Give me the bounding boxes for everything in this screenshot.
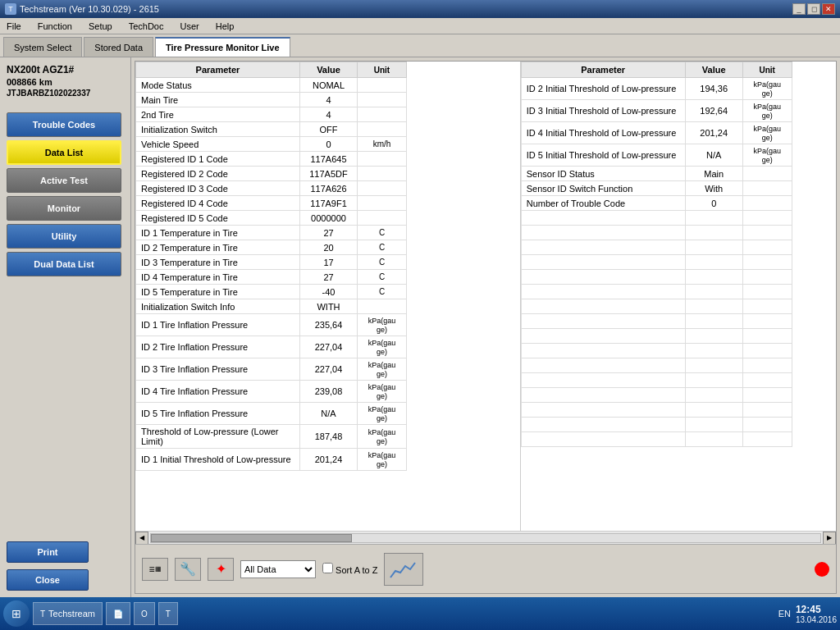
- table-row: ID 1 Tire Inflation Pressure 235,64 kPa(…: [136, 314, 407, 336]
- sidebar: NX200t AGZ1# 008866 km JTJBARBZ102022337…: [0, 57, 131, 597]
- value-cell: N/A: [685, 144, 742, 167]
- sort-label: Sort A to Z: [322, 563, 377, 575]
- scroll-right-button[interactable]: ▶: [823, 532, 836, 545]
- value-cell: 27: [300, 226, 358, 240]
- trouble-codes-button[interactable]: Trouble Codes: [7, 112, 121, 137]
- param-cell: ID 2 Temperature in Tire: [136, 240, 300, 255]
- param-cell: Vehicle Speed: [136, 137, 300, 152]
- vehicle-model: NX200t AGZ1#: [7, 64, 124, 75]
- minimize-button[interactable]: _: [792, 3, 806, 15]
- param-cell: ID 1 Initial Threshold of Low-pressure: [136, 449, 300, 471]
- unit-cell: C: [358, 240, 407, 255]
- taskbar-browser-item[interactable]: O: [134, 602, 155, 625]
- left-value-header: Value: [300, 62, 358, 78]
- table-row: ID 4 Temperature in Tire 27 C: [136, 270, 407, 285]
- unit-cell: kPa(gauge): [358, 403, 407, 425]
- table-row: Registered ID 3 Code 117A626: [136, 181, 407, 196]
- taskbar-file-item[interactable]: 📄: [106, 602, 130, 625]
- value-cell: 192,64: [685, 100, 742, 122]
- menu-techdoc[interactable]: TechDoc: [126, 20, 167, 33]
- active-test-button[interactable]: Active Test: [7, 168, 121, 193]
- vehicle-info: NX200t AGZ1# 008866 km JTJBARBZ102022337: [7, 64, 124, 104]
- dual-data-list-button[interactable]: Dual Data List: [7, 252, 121, 276]
- scrollbar-track[interactable]: [150, 533, 821, 543]
- taskbar-icons: EN 12:45 13.04.2016: [778, 604, 837, 624]
- value-cell: With: [685, 181, 742, 196]
- table-row: Initialization Switch OFF: [136, 122, 407, 137]
- table-row: ID 2 Tire Inflation Pressure 227,04 kPa(…: [136, 336, 407, 358]
- chart-button[interactable]: [384, 553, 423, 586]
- data-list-button[interactable]: Data List: [7, 140, 121, 165]
- tab-system-select[interactable]: System Select: [3, 37, 82, 57]
- start-button[interactable]: ⊞: [3, 600, 30, 627]
- restore-button[interactable]: ◻: [807, 3, 820, 15]
- table-row: ID 2 Temperature in Tire 20 C: [136, 240, 407, 255]
- param-cell: ID 5 Tire Inflation Pressure: [136, 403, 300, 425]
- record-button[interactable]: [815, 562, 829, 577]
- table-row: ID 1 Initial Threshold of Low-pressure 2…: [136, 449, 407, 471]
- table-row: ID 5 Initial Threshold of Low-pressure N…: [521, 144, 792, 167]
- table-row-empty: [521, 285, 792, 299]
- taskbar-extra-item[interactable]: T: [158, 602, 178, 625]
- taskbar-app-item[interactable]: T Techstream: [33, 602, 103, 625]
- unit-cell: C: [358, 270, 407, 285]
- value-cell: 117A9F1: [300, 196, 358, 211]
- icon-btn-3[interactable]: ✦: [208, 558, 234, 581]
- unit-cell: kPa(gauge): [742, 144, 792, 167]
- icon-btn-2[interactable]: 🔧: [175, 558, 201, 581]
- unit-cell: [358, 78, 407, 93]
- menu-user[interactable]: User: [176, 20, 202, 33]
- unit-cell: [742, 196, 792, 211]
- table-row-empty: [521, 388, 792, 403]
- table-row: ID 2 Initial Threshold of Low-pressure 1…: [521, 78, 792, 100]
- param-cell: Registered ID 2 Code: [136, 167, 300, 181]
- menu-function[interactable]: Function: [34, 20, 75, 33]
- table-row-empty: [521, 255, 792, 270]
- table-row-empty: [521, 358, 792, 373]
- table-row-empty: [521, 240, 792, 255]
- scroll-left-button[interactable]: ◀: [135, 532, 148, 545]
- param-cell: Initialization Switch Info: [136, 299, 300, 314]
- param-cell: Sensor ID Switch Function: [521, 181, 685, 196]
- value-cell: 0000000: [300, 211, 358, 226]
- right-data-table: Parameter Value Unit ID 2 Initial Thresh…: [521, 62, 792, 447]
- value-cell: NOMAL: [300, 78, 358, 93]
- scrollbar-thumb[interactable]: [151, 534, 352, 542]
- value-cell: 0: [300, 137, 358, 152]
- horizontal-scrollbar[interactable]: ◀ ▶: [135, 531, 836, 544]
- table-row: Sensor ID Switch Function With: [521, 181, 792, 196]
- menu-setup[interactable]: Setup: [85, 20, 116, 33]
- value-cell: OFF: [300, 122, 358, 137]
- print-button[interactable]: Print: [7, 541, 89, 563]
- table-row: Sensor ID Status Main: [521, 167, 792, 181]
- param-cell: ID 5 Temperature in Tire: [136, 285, 300, 299]
- value-cell: 239,08: [300, 381, 358, 403]
- tab-tire-pressure[interactable]: Tire Pressure Monitor Live: [155, 37, 290, 57]
- close-sidebar-button[interactable]: Close: [7, 569, 89, 591]
- tab-stored-data[interactable]: Stored Data: [84, 37, 153, 57]
- value-cell: 4: [300, 93, 358, 107]
- unit-cell: [358, 211, 407, 226]
- close-button[interactable]: ✕: [822, 3, 835, 15]
- left-unit-header: Unit: [358, 62, 407, 78]
- param-cell: ID 1 Temperature in Tire: [136, 226, 300, 240]
- table-row: Mode Status NOMAL: [136, 78, 407, 93]
- app-icon: T: [5, 3, 16, 15]
- monitor-button[interactable]: Monitor: [7, 196, 121, 221]
- menu-file[interactable]: File: [3, 20, 25, 33]
- table-row-empty: [521, 344, 792, 358]
- param-cell: ID 4 Tire Inflation Pressure: [136, 381, 300, 403]
- unit-cell: kPa(gauge): [358, 336, 407, 358]
- filter-dropdown[interactable]: All Data Selected Data: [240, 560, 316, 578]
- sort-checkbox[interactable]: [322, 563, 333, 573]
- data-table-container: Parameter Value Unit Mode Status NOMAL M…: [135, 62, 836, 531]
- unit-cell: kPa(gauge): [358, 381, 407, 403]
- utility-button[interactable]: Utility: [7, 224, 121, 249]
- right-param-header: Parameter: [521, 62, 685, 78]
- icon-btn-1[interactable]: ≡▦: [142, 558, 168, 581]
- param-cell: ID 3 Temperature in Tire: [136, 255, 300, 270]
- title-bar: T Techstream (Ver 10.30.029) - 2615 _ ◻ …: [0, 0, 840, 18]
- unit-cell: [358, 122, 407, 137]
- menu-help[interactable]: Help: [212, 20, 238, 33]
- table-row: Registered ID 4 Code 117A9F1: [136, 196, 407, 211]
